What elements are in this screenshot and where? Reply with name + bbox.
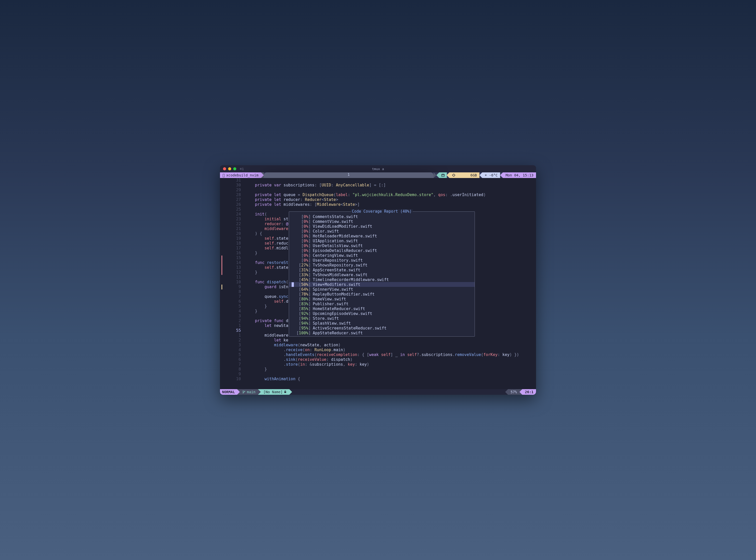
coverage-row[interactable]: [0%]HotReloaderMiddleware.swift	[289, 234, 475, 238]
coverage-row[interactable]: [0%]CommentsState.swift	[289, 214, 475, 219]
coverage-percent: [0%]	[294, 234, 311, 238]
close-icon[interactable]	[223, 167, 226, 171]
line-number: 26	[220, 202, 241, 207]
apple-icon: 	[223, 173, 225, 177]
session-name: xcodebuild_nvim	[226, 173, 258, 177]
coverage-percent: [78%]	[294, 292, 311, 297]
coverage-row[interactable]: [50%]View+Modifiers.swift	[289, 282, 475, 287]
coverage-row[interactable]: [92%]UpcomingEpisodeView.swift	[289, 311, 475, 316]
coverage-row[interactable]: [0%]UserDetailsView.swift	[289, 243, 475, 248]
coverage-row[interactable]: [95%]ActiveScreensStateReducer.swift	[289, 326, 475, 331]
coverage-file: ViewDidLoadModifier.swift	[313, 224, 372, 229]
line-number: 9	[220, 285, 241, 289]
coverage-row[interactable]: [78%]ReplayButtonModifier.swift	[289, 292, 475, 297]
coverage-file: UserDetailsView.swift	[313, 243, 363, 248]
coverage-row[interactable]: [0%]CommentView.swift	[289, 219, 475, 224]
coverage-row[interactable]: [0%]Color.swift	[289, 229, 475, 234]
partial-covered-sign	[222, 285, 222, 289]
code-line[interactable]: private let middlewares: [Middleware<Sta…	[245, 202, 536, 207]
coverage-row[interactable]: [27%]TvShowsRepository.swift	[289, 263, 475, 267]
coverage-file: TvShowsRepository.swift	[313, 263, 368, 267]
code-line[interactable]: private let reducer: Reducer<State>	[245, 197, 536, 202]
svg-point-14	[243, 393, 243, 393]
coverage-percent: [27%]	[294, 263, 311, 267]
coverage-percent: [94%]	[294, 316, 311, 321]
line-number: 13	[220, 265, 241, 270]
minimize-icon[interactable]	[228, 167, 231, 171]
coverage-file: HotReloaderMiddleware.swift	[313, 234, 377, 238]
coverage-row[interactable]: [0%]EpisodeDetailsReducer.swift	[289, 248, 475, 253]
line-number: 5	[220, 353, 241, 357]
line-number: 6	[220, 357, 241, 362]
coverage-row[interactable]: [94%]Store.swift	[289, 316, 475, 321]
code-line[interactable]: .store(in: &subscriptions, key: key)	[245, 362, 536, 367]
code-line[interactable]: }	[245, 367, 536, 372]
panel-title: Code Coverage Report (40%)	[289, 209, 475, 214]
line-number: 27	[220, 197, 241, 202]
code-line[interactable]: private let queue = DispatchQueue(label:…	[245, 193, 536, 197]
line-number: 3	[220, 343, 241, 347]
chevron-left-icon	[479, 173, 482, 178]
window-title: tmux a	[220, 167, 536, 171]
coverage-row[interactable]: [45%]TimelineRecorderMiddleware.swift	[289, 277, 475, 282]
coverage-row[interactable]: [31%]AppScreenState.swift	[289, 267, 475, 272]
coverage-row[interactable]: [0%]ViewDidLoadModifier.swift	[289, 224, 475, 229]
uncovered-sign	[222, 256, 222, 260]
line-number: 2	[220, 338, 241, 343]
code-line[interactable]: .handleEvents(receiveCompletion: { [weak…	[245, 353, 536, 357]
cursor-block	[292, 282, 294, 287]
coverage-row[interactable]: [0%]CenteringView.swift	[289, 253, 475, 258]
coverage-row[interactable]: [80%]HomeView.swift	[289, 297, 475, 301]
code-line[interactable]: withAnimation {	[245, 377, 536, 381]
line-number: 1	[220, 333, 241, 338]
coverage-percent: [0%]	[294, 258, 311, 263]
coverage-row[interactable]: [83%]Publisher.swift	[289, 301, 475, 306]
coverage-row[interactable]: [85%]HomeStateReducer.swift	[289, 306, 475, 311]
code-line[interactable]	[245, 178, 536, 183]
line-number: 14	[220, 260, 241, 265]
svg-rect-16	[284, 392, 286, 393]
statusline: NORMAL main [No Name] 57% 26:1	[220, 389, 536, 395]
zoom-icon[interactable]	[233, 167, 236, 171]
tmux-session[interactable]:  xcodebuild_nvim	[220, 173, 261, 178]
coverage-file: EpisodeDetailsReducer.swift	[313, 248, 377, 253]
uncovered-sign	[222, 270, 222, 275]
coverage-percent: [92%]	[294, 312, 311, 316]
code-line[interactable]: .receive(on: RunLoop.main)	[245, 347, 536, 353]
chevron-left-icon	[500, 173, 503, 178]
coverage-file: UpcomingEpisodeView.swift	[313, 312, 372, 316]
coverage-file: AppScreenState.swift	[313, 268, 361, 272]
line-number: 25	[220, 207, 241, 212]
coverage-row[interactable]: [100%]AppStateReducer.swift	[289, 331, 475, 335]
line-number: 24	[220, 212, 241, 217]
line-number: 18	[220, 241, 241, 246]
chevron-left-icon	[447, 173, 449, 178]
code-line[interactable]: middleware(newState, action)	[245, 343, 536, 347]
coverage-percent: [0%]	[294, 224, 311, 229]
coverage-row[interactable]: [0%]UsersRepository.swift	[289, 258, 475, 263]
coverage-row[interactable]: [0%]UIApplication.swift	[289, 238, 475, 243]
calendar-icon	[439, 173, 447, 178]
code-line[interactable]	[245, 188, 536, 193]
code-line[interactable]	[245, 372, 536, 377]
coverage-file: Publisher.swift	[313, 302, 348, 306]
coverage-row[interactable]: [64%]SpinnerView.swift	[289, 287, 475, 292]
coverage-row[interactable]: [94%]SplashView.swift	[289, 321, 475, 326]
line-number: 1	[220, 323, 241, 328]
code-line[interactable]: let ke	[245, 338, 536, 343]
code-coverage-panel[interactable]: Code Coverage Report (40%) [0%]CommentsS…	[289, 212, 475, 337]
line-number: 10	[220, 377, 241, 381]
coverage-file: UsersRepository.swift	[313, 258, 363, 263]
filename-segment: [No Name]	[261, 389, 289, 395]
ram-segment: 6GB	[449, 173, 479, 178]
mode-indicator: NORMAL	[220, 389, 237, 395]
coverage-percent: [0%]	[294, 215, 311, 219]
cmd-key-hint: ⌘1	[240, 167, 244, 171]
editor[interactable]: 3130292827262524232221201918171615141312…	[220, 178, 536, 395]
coverage-file: ReplayButtonModifier.swift	[313, 292, 375, 297]
coverage-row[interactable]: [33%]TvShowsMiddleware.swift	[289, 272, 475, 277]
code-line[interactable]: .sink(receiveValue: dispatch)	[245, 357, 536, 362]
code-line[interactable]: private var subscriptions: [UUID: AnyCan…	[245, 183, 536, 188]
git-branch: main	[240, 389, 258, 395]
svg-point-13	[243, 391, 243, 392]
